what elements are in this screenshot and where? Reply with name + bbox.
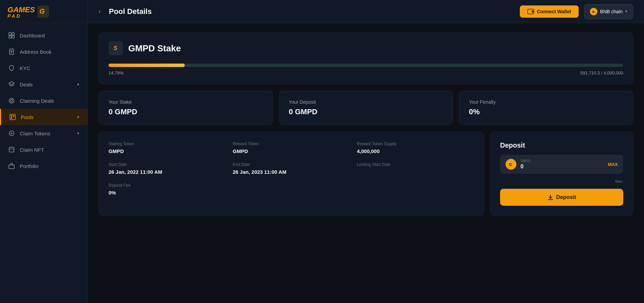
start-date-value: 26 Jan, 2022 11:00 AM [109,169,226,175]
progress-labels: 14.79% 591,710.3 / 4,000,000 [109,70,623,75]
your-deposit-label: Your Deposit [289,99,443,105]
sidebar-item-label: Dashboard [20,33,79,38]
book-icon [8,48,15,55]
bnb-chain-icon: B [590,8,597,15]
pool-icon: S [109,41,123,55]
svg-rect-5 [12,33,14,35]
svg-point-13 [11,100,13,102]
circle2-icon [8,130,15,137]
your-deposit-card: Your Deposit 0 GMPD [279,91,453,125]
deposit-amount: 0 [521,164,604,170]
deposit-button-icon [547,194,554,200]
details-grid: Staking Token GMPD Reward Token GMPD Rew… [109,141,474,196]
sidebar-item-kyc[interactable]: KYC [0,60,87,76]
sidebar: GAMES PAD G Dashboard [0,0,88,303]
sidebar-item-label: Portfolio [20,163,79,169]
grid-icon [8,32,15,39]
svg-rect-17 [11,117,12,119]
back-button[interactable]: ‹ [99,8,101,15]
chain-selector-button[interactable]: B BNB chain ▾ [584,4,633,19]
sidebar-item-claim-nft[interactable]: Claim NFT [0,141,87,158]
layers2-icon [8,146,15,153]
svg-rect-6 [9,36,11,38]
svg-rect-14 [10,114,15,120]
reward-token-item: Reward Token GMPD [233,141,350,154]
svg-text:PAD: PAD [7,13,21,19]
chevron-down-icon: ▾ [77,82,79,87]
end-date-value: 26 Jan, 2023 11:00 AM [233,169,350,175]
progress-value: 591,710.3 / 4,000,000 [580,70,623,75]
chain-label: BNB chain [600,9,623,14]
start-date-label: Start Date [109,162,226,167]
logo-area: GAMES PAD G [0,0,87,23]
staking-token-item: Staking Token GMPD [109,141,226,154]
end-date-item: End Date 26 Jan, 2023 11:00 AM [233,162,350,175]
deposit-section-title: Deposit [500,141,623,149]
deposit-card: Deposit G GMPD 0 MAX Max: [490,132,633,216]
page-content: S GMPD Stake 14.79% 591,710.3 / 4,000,00… [88,23,644,303]
sidebar-item-portfolio[interactable]: Portfolio [0,158,87,174]
progress-fill [109,64,185,67]
sidebar-item-label: Address Book [20,49,79,55]
chevron-down-icon: ▾ [625,9,627,14]
chevron-down-icon: ▾ [77,131,79,136]
deposit-token-label: GMPD [521,159,604,163]
deposit-fee-label: Deposit Fee [109,183,226,188]
your-stake-card: Your Stake 0 GMPD [99,91,273,125]
sidebar-item-claiming-deals[interactable]: Claiming Deals [0,92,87,109]
deposit-input-row: G GMPD 0 MAX [500,155,623,174]
page-title: Pool Details [109,7,514,16]
briefcase-icon [8,163,15,169]
your-penalty-value: 0% [469,107,623,116]
svg-rect-16 [13,115,14,117]
your-penalty-card: Your Penalty 0% [459,91,633,125]
svg-rect-19 [9,147,14,152]
main-content: ‹ Pool Details Connect Wallet B BNB chai… [88,0,644,303]
svg-text:G: G [39,7,45,15]
staking-token-label: Staking Token [109,141,226,146]
sidebar-item-label: Claim Tokens [20,131,77,136]
page-header: ‹ Pool Details Connect Wallet B BNB chai… [88,0,644,23]
sidebar-item-label: Deals [20,82,77,87]
max-button[interactable]: MAX [608,162,618,167]
deposit-input-inner: GMPD 0 [521,159,604,170]
start-date-item: Start Date 26 Jan, 2022 11:00 AM [109,162,226,175]
deposit-fee-item: Deposit Fee 0% [109,183,226,196]
svg-rect-4 [9,33,11,35]
sidebar-item-claim-tokens[interactable]: Claim Tokens ▾ [0,125,87,141]
sidebar-item-address-book[interactable]: Address Book [0,44,87,60]
sidebar-item-deals[interactable]: Deals ▾ [0,76,87,92]
pool-header-card: S GMPD Stake 14.79% 591,710.3 / 4,000,00… [99,33,633,84]
sidebar-item-dashboard[interactable]: Dashboard [0,27,87,44]
max-value-label: Max: [500,179,623,183]
your-stake-value: 0 GMPD [109,107,263,116]
deposit-button[interactable]: Deposit [500,189,623,206]
reward-token-value: GMPD [233,148,350,154]
svg-text:S: S [114,45,117,51]
your-stake-label: Your Stake [109,99,263,105]
svg-rect-21 [9,165,14,169]
circle-icon [8,97,15,104]
svg-text:G: G [509,163,512,167]
wallet-icon [527,9,534,14]
gmpd-coin-icon: G [506,159,516,170]
deposit-fee-value: 0% [109,190,226,196]
svg-rect-23 [532,11,533,13]
connect-wallet-button[interactable]: Connect Wallet [520,5,579,18]
sidebar-item-label: Claiming Deals [20,98,79,104]
connect-wallet-label: Connect Wallet [537,9,571,14]
chevron-down-icon: ▾ [77,115,79,119]
progress-container [109,64,623,67]
box-icon [9,114,16,120]
logo-icon: GAMES PAD G [7,4,51,19]
sidebar-item-pools[interactable]: Pools ▾ [0,109,87,125]
locking-start-date-item: Locking Start Date [357,162,474,175]
reward-token-supply-label: Reward Token Supply [357,141,474,146]
bottom-row: Staking Token GMPD Reward Token GMPD Rew… [99,132,633,216]
sidebar-item-label: Pools [21,114,77,120]
svg-rect-15 [11,115,12,117]
svg-point-12 [9,98,14,103]
end-date-label: End Date [233,162,350,167]
progress-percentage: 14.79% [109,70,123,75]
sidebar-item-label: KYC [20,65,79,71]
